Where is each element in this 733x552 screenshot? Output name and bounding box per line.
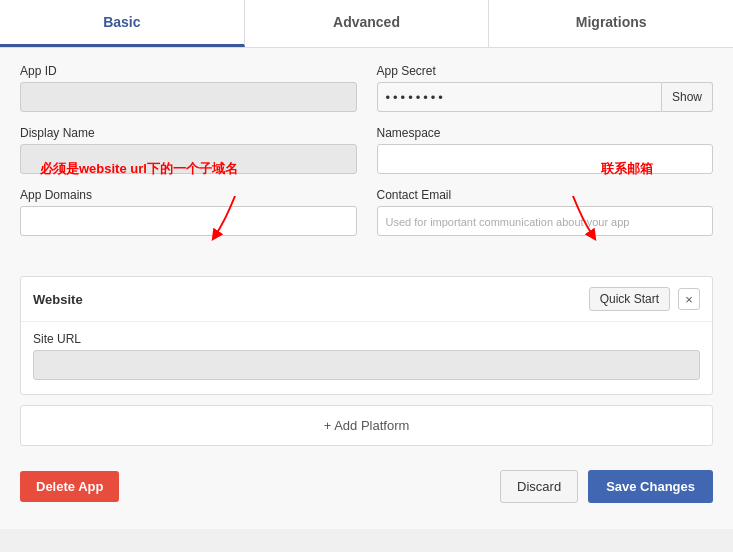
add-platform-button[interactable]: + Add Platform: [21, 406, 712, 445]
delete-app-button[interactable]: Delete App: [20, 471, 119, 502]
show-secret-button[interactable]: Show: [662, 82, 713, 112]
app-secret-label: App Secret: [377, 64, 714, 78]
website-header: Website Quick Start ×: [21, 277, 712, 322]
save-changes-button[interactable]: Save Changes: [588, 470, 713, 503]
row-display-namespace: Display Name Namespace: [20, 126, 713, 174]
tab-advanced[interactable]: Advanced: [245, 0, 490, 47]
add-platform-section: + Add Platform: [20, 405, 713, 446]
row-app-id-secret: App ID App Secret Show: [20, 64, 713, 112]
website-header-actions: Quick Start ×: [589, 287, 700, 311]
site-url-label: Site URL: [33, 332, 700, 346]
tab-bar: Basic Advanced Migrations: [0, 0, 733, 48]
app-id-group: App ID: [20, 64, 357, 112]
quick-start-button[interactable]: Quick Start: [589, 287, 670, 311]
discard-button[interactable]: Discard: [500, 470, 578, 503]
namespace-input[interactable]: [377, 144, 714, 174]
footer: Delete App Discard Save Changes: [20, 460, 713, 513]
app-domains-group: App Domains: [20, 188, 357, 236]
form-content: App ID App Secret Show Display Name Name…: [0, 48, 733, 529]
app-domains-label: App Domains: [20, 188, 357, 202]
tab-basic[interactable]: Basic: [0, 0, 245, 47]
app-secret-group: App Secret Show: [377, 64, 714, 112]
app-id-input[interactable]: [20, 82, 357, 112]
display-name-group: Display Name: [20, 126, 357, 174]
app-secret-field: Show: [377, 82, 714, 112]
app-domains-input[interactable]: [20, 206, 357, 236]
close-website-button[interactable]: ×: [678, 288, 700, 310]
display-name-label: Display Name: [20, 126, 357, 140]
footer-right-actions: Discard Save Changes: [500, 470, 713, 503]
contact-email-group: Contact Email: [377, 188, 714, 236]
tab-migrations[interactable]: Migrations: [489, 0, 733, 47]
namespace-label: Namespace: [377, 126, 714, 140]
website-title: Website: [33, 292, 83, 307]
app-id-label: App ID: [20, 64, 357, 78]
site-url-input[interactable]: [33, 350, 700, 380]
display-name-input[interactable]: [20, 144, 357, 174]
website-section: Website Quick Start × Site URL: [20, 276, 713, 395]
main-container: Basic Advanced Migrations App ID App Sec…: [0, 0, 733, 552]
contact-email-label: Contact Email: [377, 188, 714, 202]
row-domains-email: 必须是website url下的一个子域名 联系邮箱 App Domains C…: [20, 188, 713, 236]
namespace-group: Namespace: [377, 126, 714, 174]
app-secret-input[interactable]: [377, 82, 662, 112]
website-body: Site URL: [21, 322, 712, 394]
contact-email-input[interactable]: [377, 206, 714, 236]
